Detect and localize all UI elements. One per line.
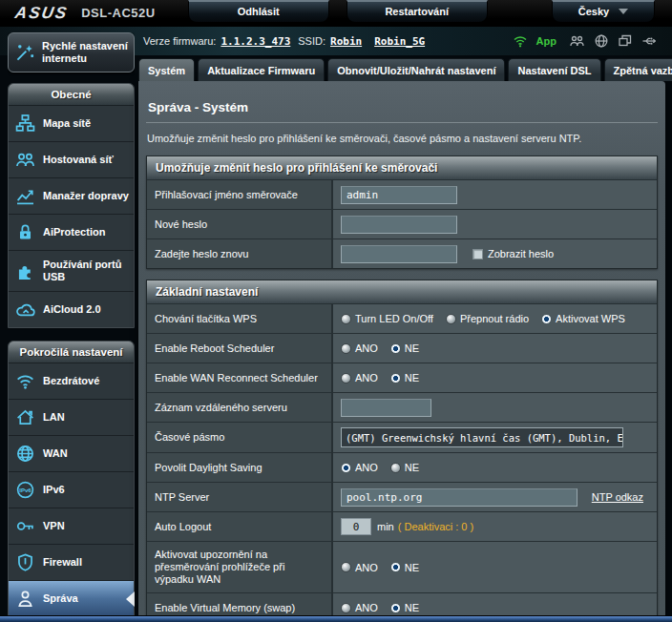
traffic-chart-icon	[13, 186, 36, 206]
auto-logout-input[interactable]	[341, 518, 371, 535]
vpn-key-icon	[13, 516, 36, 536]
ntp-server-input[interactable]	[341, 488, 578, 507]
sidebar-item-label: WAN	[43, 447, 68, 460]
retype-password-input[interactable]	[341, 245, 457, 263]
setting-label: Povolit Daylight Saving	[147, 453, 333, 482]
sidebar-item-wan[interactable]: WAN	[9, 435, 134, 471]
guest-network-icon	[13, 150, 36, 170]
radio-icon-checked[interactable]	[541, 314, 552, 324]
radio-icon-checked[interactable]	[390, 562, 401, 572]
general-group-title: Obecné	[9, 84, 134, 105]
radio-icon[interactable]	[341, 603, 351, 613]
usb-icon[interactable]	[641, 33, 659, 49]
radio-option-toggle-radio[interactable]: Přepnout rádio	[446, 313, 529, 324]
ssid-5g-link[interactable]: Robin_5G	[374, 35, 425, 48]
router-login-name-input[interactable]	[341, 186, 457, 204]
logout-button[interactable]: Odhlásit	[188, 0, 329, 23]
table-row-virtual-memory: Enable Virtual Memory (swap) ANO NE	[147, 592, 657, 615]
ssid-main-link[interactable]: Robin	[330, 35, 362, 48]
radio-option-yes[interactable]: ANO	[341, 342, 378, 354]
radio-icon-checked[interactable]	[390, 603, 401, 613]
show-password-checkbox[interactable]	[472, 249, 483, 259]
radio-icon[interactable]	[446, 314, 456, 324]
radio-option-no[interactable]: NE	[390, 602, 419, 613]
sidebar-item-aiprotection[interactable]: AiProtection	[9, 214, 134, 250]
radio-option-yes[interactable]: ANO	[341, 562, 378, 573]
client-list-icon[interactable]	[569, 33, 585, 49]
puzzle-icon	[13, 261, 36, 281]
radio-icon[interactable]	[341, 314, 351, 324]
reboot-button[interactable]: Restartování	[346, 0, 488, 23]
radio-option-yes[interactable]: ANO	[341, 602, 378, 613]
tab-restore-save-upload[interactable]: Obnovit/Uložit/Nahrát nastavení	[327, 58, 505, 81]
sidebar-item-label: IPv6	[43, 484, 65, 496]
remote-log-server-input[interactable]	[341, 399, 431, 417]
windows-stack-icon[interactable]	[618, 33, 633, 49]
radio-icon[interactable]	[341, 373, 351, 384]
sidebar-item-label: Správa	[43, 592, 78, 605]
sidebar-item-traffic-manager[interactable]: Manažer dopravy	[9, 177, 134, 214]
radio-option-no[interactable]: NE	[390, 462, 419, 473]
setting-label: Přihlašovací jméno směrovače	[147, 180, 333, 209]
auto-logout-note: ( Deaktivaci : 0 )	[398, 521, 473, 532]
sidebar-item-firewall[interactable]: Firewall	[9, 544, 134, 580]
show-password-label: Zobrazit heslo	[488, 248, 554, 259]
firmware-version-link[interactable]: 1.1.2.3_473	[220, 35, 290, 48]
sidebar-item-vpn[interactable]: VPN	[9, 508, 134, 544]
ntp-link[interactable]: NTP odkaz	[592, 491, 643, 503]
content-panel: Správa - Systém Umožňuje změnit heslo pr…	[138, 81, 665, 615]
radio-option-no[interactable]: NE	[390, 562, 419, 573]
app-link[interactable]: App	[536, 35, 556, 47]
sidebar-item-guest-network[interactable]: Hostovaná síť	[9, 141, 134, 177]
wifi-status-icon[interactable]	[513, 33, 528, 49]
tab-system[interactable]: Systém	[138, 58, 195, 81]
radio-icon-checked[interactable]	[390, 343, 401, 354]
magic-wand-icon	[14, 42, 35, 63]
tab-feedback[interactable]: Zpětná vazba	[604, 58, 672, 81]
section-change-password: Umožňuje změnit heslo pro přihlášení ke …	[146, 156, 658, 269]
asus-logo: ASUS	[13, 4, 70, 23]
sidebar-item-label: Manažer dopravy	[43, 190, 129, 202]
language-selector[interactable]: Česky	[552, 0, 655, 23]
setting-label: Zadejte heslo znovu	[147, 239, 333, 268]
radio-option-turn-led[interactable]: Turn LED On/Off	[341, 313, 433, 324]
admin-person-icon	[13, 589, 36, 609]
sidebar-item-label: AiProtection	[43, 226, 105, 238]
sidebar: Rychlé nastavení internetu Obecné Mapa s…	[8, 32, 135, 615]
quick-internet-setup-button[interactable]: Rychlé nastavení internetu	[8, 32, 135, 73]
radio-option-yes[interactable]: ANO	[341, 462, 378, 473]
table-row-new-password: Nové heslo	[147, 209, 657, 238]
title-divider	[146, 122, 658, 123]
sidebar-item-aicloud[interactable]: AiCloud 2.0	[9, 291, 134, 327]
new-password-input[interactable]	[341, 216, 457, 234]
timezone-select[interactable]: (GMT) Greenwichský hlavní čas (GMT), Dub…	[341, 427, 623, 447]
table-row-login-name: Přihlašovací jméno směrovače	[147, 179, 657, 209]
radio-option-activate-wps[interactable]: Aktivovat WPS	[541, 313, 625, 324]
sidebar-item-network-map[interactable]: Mapa sítě	[9, 105, 134, 141]
page-description: Umožňuje změnit heslo pro přihlášení ke …	[147, 133, 657, 144]
radio-option-yes[interactable]: ANO	[341, 372, 378, 384]
radio-icon[interactable]	[390, 463, 401, 473]
sidebar-item-lan[interactable]: LAN	[9, 399, 134, 435]
sidebar-item-label: LAN	[43, 411, 65, 424]
language-label: Česky	[578, 6, 609, 17]
radio-icon[interactable]	[341, 562, 351, 572]
sidebar-item-label: Hostovaná síť	[43, 154, 114, 166]
tab-firmware-upgrade[interactable]: Aktualizace Firmwaru	[198, 58, 325, 81]
radio-option-no[interactable]: NE	[390, 342, 419, 354]
radio-icon[interactable]	[341, 343, 351, 354]
sidebar-item-usb-application[interactable]: Používání portů USB	[9, 250, 134, 291]
setting-label: Enable WAN Reconnect Scheduler	[147, 363, 333, 392]
radio-icon-checked[interactable]	[390, 373, 401, 384]
radio-option-no[interactable]: NE	[390, 372, 419, 384]
sidebar-item-wireless[interactable]: Bezdrátové	[9, 363, 134, 399]
sidebar-item-label: Používání portů USB	[43, 259, 129, 283]
table-row-ntp-server: NTP Server NTP odkaz	[147, 482, 657, 511]
sidebar-item-administration[interactable]: Správa	[9, 580, 134, 615]
globe-icon[interactable]	[594, 33, 609, 49]
tab-dsl-settings[interactable]: Nastavení DSL	[508, 58, 600, 81]
radio-icon-checked[interactable]	[341, 463, 351, 473]
shield-icon	[13, 552, 36, 572]
table-row-timezone: Časové pásmo (GMT) Greenwichský hlavní č…	[147, 422, 657, 452]
sidebar-item-ipv6[interactable]: IPv6 IPv6	[9, 471, 134, 508]
